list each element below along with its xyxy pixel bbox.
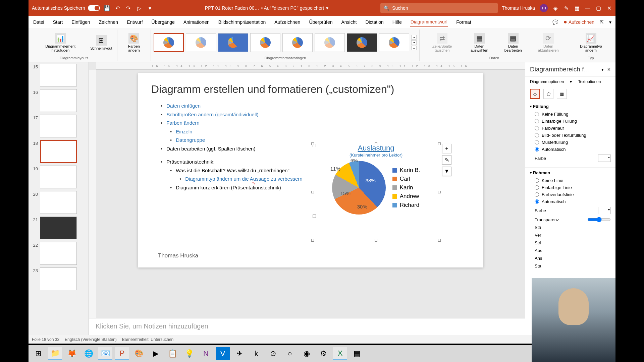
app-icon-5[interactable]: k: [249, 347, 263, 360]
app-icon-6[interactable]: ○: [283, 347, 297, 360]
avatar[interactable]: TH: [540, 4, 548, 12]
powerpoint-icon[interactable]: P: [115, 347, 129, 360]
app-icon-7[interactable]: ◉: [300, 347, 314, 360]
chart-filter-button[interactable]: ▼: [442, 167, 451, 176]
thumb-15[interactable]: [40, 64, 77, 86]
app-icon-8[interactable]: ▤: [350, 347, 364, 360]
save-icon[interactable]: 💾: [104, 5, 110, 11]
tab-zeichnen[interactable]: Zeichnen: [98, 17, 119, 27]
tab-bildschirm[interactable]: Bildschirmpräsentation: [218, 17, 267, 27]
select-data-button[interactable]: ▦Daten auswählen: [463, 32, 496, 54]
quick-layout-button[interactable]: ⊞Schnelllayout: [88, 34, 114, 52]
fill-color-button[interactable]: [598, 155, 611, 162]
thumb-16[interactable]: [40, 89, 77, 112]
close-icon[interactable]: ✕: [606, 5, 612, 11]
effects-icon[interactable]: ⬠: [543, 89, 553, 99]
pane-tab-text[interactable]: Textoptionen: [578, 79, 601, 84]
tab-hilfe[interactable]: Hilfe: [392, 17, 402, 27]
explorer-icon[interactable]: 📁: [48, 347, 62, 360]
undo-icon[interactable]: ↶: [115, 5, 121, 11]
fill-solid[interactable]: Einfarbige Füllung: [535, 119, 611, 124]
firefox-icon[interactable]: 🦊: [65, 347, 79, 360]
tab-dictation[interactable]: Dictation: [365, 17, 384, 27]
thumb-19[interactable]: [40, 166, 77, 188]
chart-object[interactable]: Auslastung (Kursteilnehmer pro Lektor) 3…: [312, 143, 440, 241]
language-status[interactable]: Englisch (Vereinigte Staaten): [65, 337, 117, 342]
chart-style-4[interactable]: [250, 33, 280, 52]
chart-add-element-button[interactable]: +: [442, 144, 451, 153]
tab-animationen[interactable]: Animationen: [183, 17, 210, 27]
share-icon[interactable]: ⇱: [600, 19, 604, 25]
telegram-icon[interactable]: ✈: [232, 347, 247, 360]
slide-counter[interactable]: Folie 18 von 33: [32, 337, 59, 342]
border-gradient[interactable]: Farbverlaufslinie: [535, 192, 611, 197]
border-none[interactable]: Keine Linie: [535, 178, 611, 183]
chart-subtitle[interactable]: (Kursteilnehmer pro Lektor): [313, 153, 439, 158]
chrome-icon[interactable]: 🌐: [82, 347, 96, 360]
slide-thumbnails[interactable]: 15 16 17 18 19 20 21 22 23: [29, 62, 89, 335]
border-section[interactable]: Rahmen: [530, 170, 611, 175]
tab-start[interactable]: Start: [52, 17, 64, 27]
chevron-down-icon[interactable]: ▾: [326, 5, 328, 11]
chart-style-8[interactable]: [379, 33, 409, 52]
slideshow-icon[interactable]: ▷: [136, 5, 142, 11]
chevron-down-icon[interactable]: ▾: [609, 19, 611, 25]
tab-datei[interactable]: Datei: [33, 17, 45, 27]
user-name[interactable]: Thomas Hruska: [502, 5, 535, 11]
chart-style-5[interactable]: [282, 33, 313, 52]
settings-icon[interactable]: ⚙: [316, 347, 330, 360]
thumb-23[interactable]: [40, 267, 77, 290]
pen-icon[interactable]: ✎: [563, 5, 569, 11]
slide-title[interactable]: Diagramm erstellen und formatieren („cus…: [151, 83, 470, 96]
chart-style-6[interactable]: [315, 33, 345, 52]
app-icon-4[interactable]: V: [216, 347, 230, 360]
comments-icon[interactable]: 💬: [552, 19, 558, 25]
border-color-button[interactable]: [598, 207, 611, 214]
border-auto[interactable]: Automatisch: [535, 199, 611, 204]
fill-gradient[interactable]: Farbverlauf: [535, 126, 611, 131]
excel-icon[interactable]: X: [333, 347, 347, 360]
chart-style-1[interactable]: [154, 33, 184, 52]
gallery-scroll[interactable]: ▴▾⌄: [411, 35, 417, 50]
fill-pattern[interactable]: Musterfüllung: [535, 140, 611, 145]
tab-einfuegen[interactable]: Einfügen: [71, 17, 91, 27]
chart-style-2[interactable]: [186, 33, 216, 52]
notes-pane[interactable]: Klicken Sie, um Notizen hinzuzufügen: [89, 318, 525, 335]
file-name[interactable]: PPT 01 Roter Faden 00…: [205, 5, 259, 11]
fill-auto[interactable]: Automatisch: [535, 147, 611, 152]
chart-style-3[interactable]: [218, 33, 248, 52]
calendar-icon[interactable]: ▦: [574, 5, 580, 11]
transparency-slider[interactable]: [587, 217, 611, 222]
vlc-icon[interactable]: ▶: [149, 347, 163, 360]
edit-data-button[interactable]: ▤Daten bearbeiten: [497, 32, 529, 54]
tab-aufzeichnen[interactable]: Aufzeichnen: [274, 17, 301, 27]
add-chart-element-button[interactable]: 📊Diagrammelement hinzufügen: [34, 32, 87, 54]
tab-ansicht[interactable]: Ansicht: [340, 17, 357, 27]
chart-style-7[interactable]: [347, 33, 377, 52]
chart-style-button[interactable]: ✎: [442, 155, 451, 165]
tab-format[interactable]: Format: [455, 17, 472, 27]
maximize-icon[interactable]: ▢: [595, 5, 601, 11]
fill-section[interactable]: Füllung: [530, 104, 611, 109]
tab-entwurf[interactable]: Entwurf: [126, 17, 143, 27]
change-chart-type-button[interactable]: 📈Diagrammtyp ändern: [572, 32, 610, 54]
accessibility-status[interactable]: Barrierefreiheit: Untersuchen: [122, 337, 173, 342]
search-box[interactable]: 🔍: [380, 3, 498, 13]
diamond-icon[interactable]: ◈: [552, 5, 558, 11]
tab-diagrammentwurf[interactable]: Diagrammentwurf: [410, 17, 448, 27]
obs-icon[interactable]: ⊙: [266, 347, 280, 360]
chart-legend[interactable]: Karin B. Carl Karin Andrew Richard: [392, 165, 420, 210]
app-icon-2[interactable]: 📋: [165, 347, 179, 360]
fill-none[interactable]: Keine Füllung: [535, 112, 611, 117]
minimize-icon[interactable]: —: [585, 5, 591, 11]
fill-line-icon[interactable]: ◇: [530, 89, 540, 99]
autosave-toggle[interactable]: Automatisches Speichern: [32, 5, 100, 11]
border-solid[interactable]: Einfarbige Linie: [535, 185, 611, 190]
thumb-22[interactable]: [40, 242, 77, 265]
search-input[interactable]: [392, 5, 494, 11]
slide-canvas[interactable]: Diagramm erstellen und formatieren („cus…: [138, 73, 483, 267]
onenote-icon[interactable]: N: [199, 347, 213, 360]
thumb-20[interactable]: [40, 191, 77, 214]
tab-ueberpruefen[interactable]: Überprüfen: [308, 17, 333, 27]
size-icon[interactable]: ▦: [557, 89, 567, 99]
